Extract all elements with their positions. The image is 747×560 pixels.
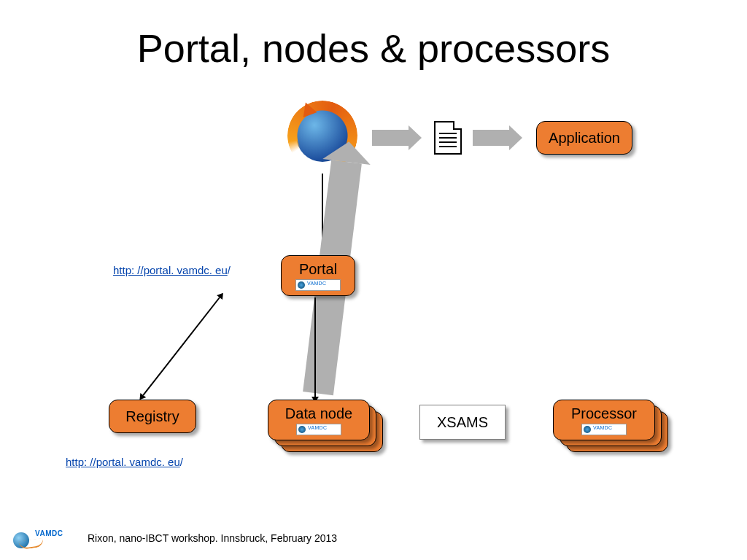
node-registry-label: Registry [125, 408, 179, 425]
node-datanode-label: Data node [285, 405, 352, 422]
vamdc-mini-logo-icon [295, 279, 341, 291]
arrow-portal-to-datanode [314, 298, 316, 397]
node-registry: Registry [109, 400, 196, 433]
label-xsams: XSAMS [419, 405, 506, 440]
link-registry-url[interactable]: http: //portal. vamdc. eu/ [66, 456, 183, 468]
slide-title: Portal, nodes & processors [0, 26, 747, 71]
label-xsams-text: XSAMS [437, 414, 488, 431]
link-portal-url[interactable]: http: //portal. vamdc. eu/ [113, 264, 231, 276]
node-portal-label: Portal [299, 261, 337, 278]
arrow-doc-to-application [473, 130, 509, 146]
link-portal-url-slash: / [228, 264, 231, 276]
node-application: Application [536, 121, 632, 155]
arrow-browser-to-doc [372, 130, 409, 146]
vamdc-mini-logo-icon [296, 424, 341, 435]
arrow-portal-to-registry [143, 297, 220, 395]
node-processor-label: Processor [571, 405, 637, 422]
vamdc-footer-logo-icon: VAMDC [13, 529, 79, 550]
link-registry-url-slash: / [180, 456, 183, 468]
link-portal-url-text: http: //portal. vamdc. eu [113, 264, 228, 276]
node-portal: Portal [281, 255, 355, 296]
node-processor: Processor [553, 400, 655, 440]
node-application-label: Application [549, 130, 620, 147]
footer-text: Rixon, nano-IBCT workshop. Innsbruck, Fe… [88, 532, 337, 544]
node-datanode: Data node [268, 400, 370, 440]
vamdc-mini-logo-icon [581, 424, 627, 435]
link-registry-url-text: http: //portal. vamdc. eu [66, 456, 180, 468]
document-icon [434, 121, 462, 155]
